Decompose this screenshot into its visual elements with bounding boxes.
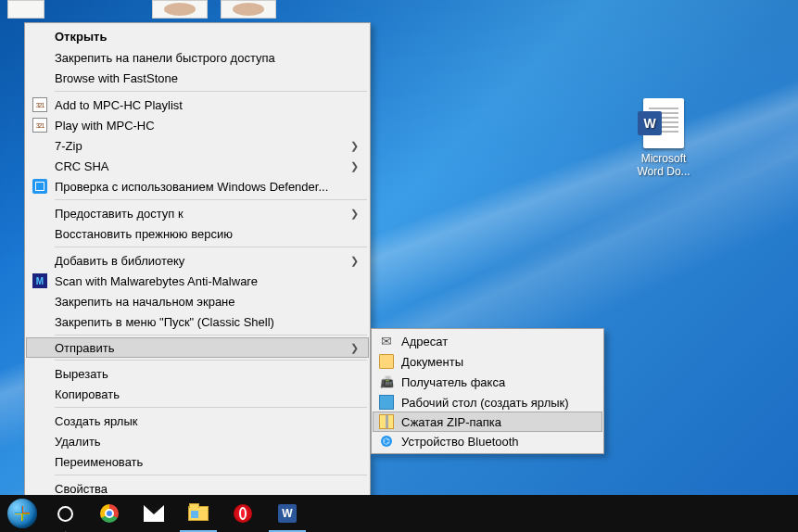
menu-item-malwarebytes[interactable]: Scan with Malwarebytes Anti-Malware [27,271,368,291]
file-explorer-icon [188,506,209,521]
menu-item-restore-previous[interactable]: Восстановить прежнюю версию [27,223,368,244]
menu-item-pin-start[interactable]: Закрепить на начальном экране [27,291,368,311]
menu-item-grant-access[interactable]: Предоставить доступ к❯ [27,203,368,223]
desktop-selection-thumb [221,0,276,19]
submenu-arrow-icon: ❯ [350,255,359,267]
folder-icon [379,354,394,369]
submenu-arrow-icon: ❯ [350,208,359,220]
menu-item-pin-classic-shell[interactable]: Закрепить в меню "Пуск" (Classic Shell) [27,311,368,332]
menu-item-mpc-play[interactable]: Play with MPC-HC [27,115,368,135]
defender-icon [32,179,47,194]
desktop-selection-thumb [152,0,208,19]
submenu-item-bluetooth[interactable]: Устройство Bluetooth [374,431,602,451]
submenu-item-fax[interactable]: Получатель факса [374,372,602,392]
menu-item-defender[interactable]: Проверка с использованием Windows Defend… [27,176,368,196]
send-to-submenu: Адресат Документы Получатель факса Рабоч… [371,328,604,454]
taskbar-app-explorer[interactable] [176,495,221,532]
menu-item-mpc-add[interactable]: Add to MPC-HC Playlist [27,95,368,115]
submenu-item-documents[interactable]: Документы [374,351,602,372]
submenu-item-zip-folder[interactable]: Сжатая ZIP-папка [373,412,602,432]
word-icon: W [278,504,297,523]
mpc-icon [32,97,47,112]
desktop-icon-label: Microsoft [641,152,687,165]
chrome-icon [100,504,119,523]
submenu-arrow-icon: ❯ [350,342,359,354]
menu-item-copy[interactable]: Копировать [27,384,368,404]
malwarebytes-icon [32,273,47,288]
menu-item-add-library[interactable]: Добавить в библиотеку❯ [27,250,368,271]
windows-logo-icon [7,499,37,528]
desktop-selection-thumb [7,0,44,19]
mail-app-icon [144,505,164,522]
menu-separator [55,199,367,200]
menu-item-send-to[interactable]: Отправить❯ [26,337,369,358]
word-document-icon: W [643,98,684,148]
menu-item-pin-quick-access[interactable]: Закрепить на панели быстрого доступа [27,47,368,68]
search-icon [57,506,73,522]
submenu-arrow-icon: ❯ [350,160,359,172]
taskbar-search-button[interactable] [43,495,87,532]
menu-item-delete[interactable]: Удалить [27,431,368,451]
context-menu: Открыть Закрепить на панели быстрого дос… [24,22,371,501]
mpc-icon [32,118,47,133]
fax-icon [379,374,394,389]
menu-item-crc-sha[interactable]: CRC SHA❯ [27,156,368,176]
desktop-icon [379,395,394,410]
menu-item-rename[interactable]: Переименовать [27,451,368,472]
menu-item-create-shortcut[interactable]: Создать ярлык [27,411,368,431]
menu-separator [55,247,367,247]
desktop-icon-label: Word Do... [637,165,690,178]
bluetooth-icon [379,434,394,449]
desktop-icon-word-doc[interactable]: W Microsoft Word Do... [627,98,701,178]
taskbar-app-chrome[interactable] [87,495,132,532]
submenu-arrow-icon: ❯ [350,140,359,152]
menu-separator [55,475,367,475]
menu-separator [55,407,367,408]
taskbar-app-mail[interactable] [132,495,176,532]
submenu-item-mail-recipient[interactable]: Адресат [374,331,602,351]
zip-folder-icon [379,414,394,429]
menu-item-7zip[interactable]: 7-Zip❯ [27,135,368,156]
menu-item-cut[interactable]: Вырезать [27,363,368,384]
menu-item-open[interactable]: Открыть [27,25,368,47]
mail-icon [379,334,394,348]
opera-icon [234,504,252,523]
start-button[interactable] [2,495,43,532]
menu-separator [55,91,367,92]
menu-separator [55,360,367,361]
taskbar: W [0,495,798,532]
taskbar-app-opera[interactable] [221,495,265,532]
menu-separator [55,335,367,336]
taskbar-app-word[interactable]: W [265,495,310,532]
submenu-item-desktop-shortcut[interactable]: Рабочий стол (создать ярлык) [374,392,602,412]
menu-item-browse-faststone[interactable]: Browse with FastStone [27,68,368,88]
